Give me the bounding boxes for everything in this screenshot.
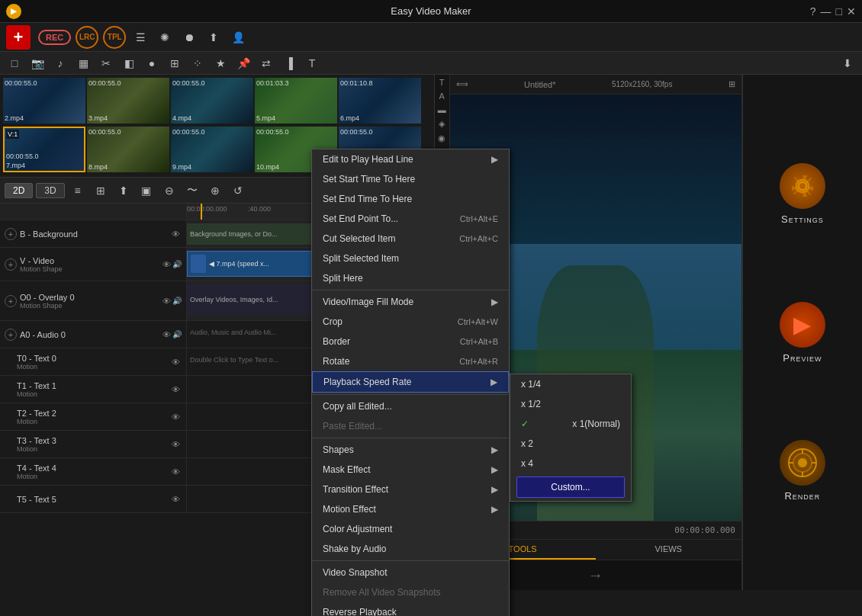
speed-half[interactable]: x 1/2 xyxy=(510,394,631,414)
music-icon[interactable]: ♪ xyxy=(50,53,70,73)
settings-button[interactable]: Settings xyxy=(757,163,848,225)
sort-icon[interactable]: ⬆ xyxy=(114,181,133,201)
mode-2d-button[interactable]: 2D xyxy=(5,183,33,198)
ctx-crop[interactable]: Crop Ctrl+Alt+W xyxy=(312,312,509,332)
views-tab[interactable]: VIEWS xyxy=(596,540,741,560)
ctx-rotate[interactable]: Rotate Ctrl+Alt+R xyxy=(312,351,509,371)
lrc-button[interactable]: LRC xyxy=(76,26,98,49)
star-icon[interactable]: ★ xyxy=(211,53,230,73)
thumbnail-4mp4[interactable]: 00:00:55.0 4.mp4 xyxy=(171,78,253,124)
track-t0-eye-icon[interactable]: 👁 xyxy=(172,358,180,367)
thumbnail-6mp4[interactable]: 00:01:10.8 6.mp4 xyxy=(339,78,421,124)
track-t2-eye-icon[interactable]: 👁 xyxy=(172,412,180,422)
speed-custom-button[interactable]: Custom... xyxy=(516,476,625,498)
wave-icon[interactable]: 〜 xyxy=(182,181,202,201)
help-button[interactable]: ? xyxy=(810,5,816,18)
pin-icon[interactable]: 📌 xyxy=(233,53,253,73)
ctx-split-selected[interactable]: Split Selected Item xyxy=(312,249,509,268)
list-view-icon[interactable]: ≡ xyxy=(68,181,88,201)
rec-button[interactable]: REC xyxy=(38,30,71,45)
preview-grid-icon[interactable]: ⊞ xyxy=(729,79,735,89)
film-icon[interactable]: ▦ xyxy=(73,53,93,73)
speed-quarter[interactable]: x 1/4 xyxy=(510,374,631,394)
track-t5-eye-icon[interactable]: 👁 xyxy=(172,495,180,504)
render-button[interactable]: Render xyxy=(757,440,848,502)
close-button[interactable]: ✕ xyxy=(847,5,856,18)
ctx-edit-playhead[interactable]: Edit to Play Head Line ▶ xyxy=(312,149,509,169)
dots-icon[interactable]: ⁘ xyxy=(188,53,207,73)
ctx-set-start[interactable]: Set Start Time To Here xyxy=(312,169,509,189)
thumbnail-8mp4[interactable]: 00:00:55.0 8.mp4 xyxy=(87,127,169,172)
preview-arrows-icon[interactable]: ⟺ xyxy=(456,79,468,89)
camera-icon[interactable]: 📷 xyxy=(27,53,47,73)
ctx-set-end-point[interactable]: Set End Point To... Ctrl+Alt+E xyxy=(312,209,509,229)
list-icon[interactable]: ☰ xyxy=(130,27,150,47)
scissors-icon[interactable]: ✂ xyxy=(96,53,116,73)
minus-icon[interactable]: ⊖ xyxy=(159,181,179,201)
ctx-transition-effect[interactable]: Transition Effect ▶ xyxy=(312,480,509,499)
ctx-motion-effect[interactable]: Motion Effect ▶ xyxy=(312,499,509,519)
thumbnail-2mp4[interactable]: 00:00:55.0 2.mp4 xyxy=(3,78,85,124)
ctx-playback-speed[interactable]: Playback Speed Rate ▶ xyxy=(312,371,509,393)
thumbnail-7mp4-selected[interactable]: V:1 00:00:55.0 7.mp4 xyxy=(3,127,85,172)
ctx-split-here[interactable]: Split Here xyxy=(312,268,509,288)
add-button[interactable]: + xyxy=(6,25,31,50)
maximize-button[interactable]: □ xyxy=(836,5,842,18)
mode-3d-button[interactable]: 3D xyxy=(36,183,64,198)
ctx-copy-edited[interactable]: Copy all Edited... xyxy=(312,396,509,416)
ctx-shapes[interactable]: Shapes ▶ xyxy=(312,440,509,460)
thumbnail-5mp4[interactable]: 00:01:03.3 5.mp4 xyxy=(255,78,337,124)
thumbnail-3mp4[interactable]: 00:00:55.0 3.mp4 xyxy=(87,78,169,124)
text-icon[interactable]: T xyxy=(302,53,322,73)
side-tool-c[interactable]: ◈ xyxy=(439,119,445,129)
track-a0-speaker-icon[interactable]: 🔊 xyxy=(172,330,182,338)
add-track-v-button[interactable]: + xyxy=(5,258,17,271)
new-icon[interactable]: □ xyxy=(5,53,24,73)
arrows-icon[interactable]: ⇄ xyxy=(256,53,276,73)
ctx-mask-effect[interactable]: Mask Effect ▶ xyxy=(312,460,509,480)
ctx-fill-mode[interactable]: Video/Image Fill Mode ▶ xyxy=(312,292,509,312)
speed-normal[interactable]: x 1(Normal) xyxy=(510,414,631,434)
ctx-shake-audio[interactable]: Shake by Audio xyxy=(312,539,509,559)
preview-button[interactable]: ▶ Preview xyxy=(757,302,848,364)
side-tool-b[interactable]: ▬ xyxy=(438,105,446,114)
ctx-cut[interactable]: Cut Selected Item Ctrl+Alt+C xyxy=(312,229,509,249)
thumbnail-9mp4[interactable]: 00:00:55.0 9.mp4 xyxy=(171,127,253,172)
side-tool-t[interactable]: T xyxy=(439,78,445,87)
circle-icon[interactable]: ● xyxy=(142,53,162,73)
track-v-eye-icon[interactable]: 👁 xyxy=(162,260,171,269)
speed-4x[interactable]: x 4 xyxy=(510,454,631,473)
ctx-reverse-playback[interactable]: Reverse Playback xyxy=(312,602,509,616)
track-v-speaker-icon[interactable]: 🔊 xyxy=(172,260,182,268)
snowflake-icon[interactable]: ✺ xyxy=(155,27,175,47)
track-t1-eye-icon[interactable]: 👁 xyxy=(172,385,180,394)
tpl-button[interactable]: TPL xyxy=(103,26,126,49)
speed-2x[interactable]: x 2 xyxy=(510,434,631,454)
grid-icon[interactable]: ⊞ xyxy=(165,53,185,73)
undo-icon[interactable]: ↺ xyxy=(228,181,248,201)
ctx-video-snapshot[interactable]: Video Snapshot xyxy=(312,563,509,582)
export-icon[interactable]: ⬇ xyxy=(838,53,857,73)
person-icon[interactable]: 👤 xyxy=(228,27,248,47)
track-a0-eye-icon[interactable]: 👁 xyxy=(162,330,171,339)
add-track-a0-button[interactable]: + xyxy=(5,329,17,341)
plus-icon[interactable]: ⊕ xyxy=(205,181,225,201)
track-t3-eye-icon[interactable]: 👁 xyxy=(172,440,180,449)
side-tool-d[interactable]: ◉ xyxy=(438,133,445,143)
ctx-set-end[interactable]: Set End Time To Here xyxy=(312,189,509,209)
track-o0-eye-icon[interactable]: 👁 xyxy=(162,297,171,306)
grid-view-icon[interactable]: ⊞ xyxy=(91,181,111,201)
track-b-eye-icon[interactable]: 👁 xyxy=(172,229,180,239)
side-tool-a[interactable]: A xyxy=(439,91,445,101)
add-track-b-button[interactable]: + xyxy=(5,228,17,240)
minimize-button[interactable]: — xyxy=(821,5,831,18)
layers-icon[interactable]: ◧ xyxy=(119,53,139,73)
ctx-border[interactable]: Border Ctrl+Alt+B xyxy=(312,332,509,351)
bar-chart-icon[interactable]: ▐ xyxy=(279,53,299,73)
track-t4-eye-icon[interactable]: 👁 xyxy=(172,467,180,476)
record-icon[interactable]: ⏺ xyxy=(179,27,199,47)
track-o0-speaker-icon[interactable]: 🔊 xyxy=(172,297,182,305)
frame-icon[interactable]: ▣ xyxy=(137,181,156,201)
push-icon[interactable]: ⬆ xyxy=(204,27,224,47)
ctx-color-adjustment[interactable]: Color Adjustment xyxy=(312,519,509,539)
